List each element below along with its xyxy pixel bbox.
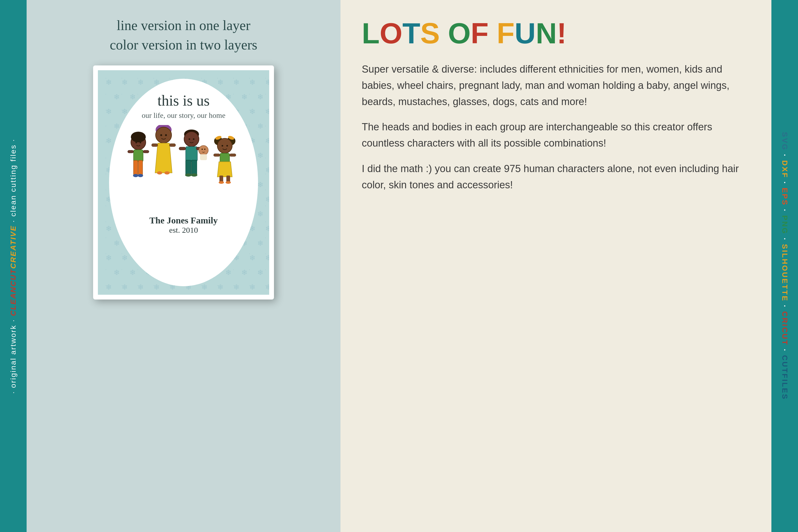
dot4: · [781, 238, 789, 244]
family-est-text: est. 2010 [169, 226, 198, 234]
svg-text:❄: ❄ [265, 108, 269, 116]
png-label: PNG [781, 215, 789, 234]
dot3: · [781, 209, 789, 215]
svg-point-179 [184, 132, 199, 147]
svg-text:❄: ❄ [249, 108, 255, 116]
svg-point-204 [226, 181, 231, 184]
this-is-us-text: this is us [157, 92, 210, 109]
paragraph-3: I did the math :) you can create 975 hum… [362, 161, 750, 193]
svg-text:❄: ❄ [233, 283, 240, 291]
letter-L: L [362, 19, 380, 48]
svg-point-197 [217, 138, 232, 153]
svg-rect-200 [220, 153, 230, 163]
letter-F2: F [497, 19, 514, 48]
svg-text:❄: ❄ [265, 166, 269, 174]
svg-rect-163 [134, 160, 138, 175]
svg-text:❄: ❄ [233, 78, 240, 87]
left-vertical-text: · original artwork · CLEANCUTCREATIVE · … [9, 138, 18, 394]
letter-U: U [514, 19, 535, 48]
svg-text:❄: ❄ [106, 108, 112, 116]
left-strip: · original artwork · CLEANCUTCREATIVE · … [0, 0, 26, 532]
letter-excl: ! [557, 19, 567, 48]
lots-of-fun-heading: LOTS OF FUN! [362, 19, 750, 48]
svg-text:❄: ❄ [121, 78, 128, 87]
svg-rect-176 [152, 144, 158, 147]
svg-rect-191 [200, 154, 207, 160]
paragraph-2: The heads and bodies in each group are i… [362, 119, 750, 151]
family-figures-svg [120, 125, 247, 210]
svg-rect-192 [179, 147, 186, 150]
svg-point-198 [222, 145, 223, 147]
svg-point-165 [133, 174, 138, 177]
frame-inner: ❄ ❄ ❄ ❄ ❄ ❄ ❄ ❄ ❄ ❄ ❄ ❄ [98, 70, 269, 295]
cricut-label: CRICUT [781, 311, 789, 346]
svg-rect-164 [138, 160, 142, 175]
svg-text:❄: ❄ [257, 210, 263, 218]
svg-text:❄: ❄ [257, 151, 263, 159]
svg-point-160 [135, 142, 137, 144]
svg-rect-183 [186, 160, 191, 175]
svg-text:❄: ❄ [241, 268, 247, 277]
svg-point-186 [191, 173, 197, 177]
svg-point-203 [218, 181, 224, 184]
svg-label: SVG [781, 132, 789, 151]
svg-text:❄: ❄ [114, 239, 120, 247]
svg-text:❄: ❄ [241, 93, 247, 101]
svg-text:❄: ❄ [201, 283, 208, 291]
paragraph-1: Super versatile & diverse: includes diff… [362, 61, 750, 110]
svg-rect-167 [128, 150, 134, 153]
svg-text:❄: ❄ [225, 268, 231, 277]
svg-rect-184 [191, 160, 197, 175]
dot1: · [781, 154, 789, 160]
svg-rect-206 [230, 154, 236, 156]
svg-text:❄: ❄ [121, 283, 128, 291]
eps-label: EPS [781, 188, 789, 206]
right-strip: SVG · DXF · EPS · PNG · SILHOUETTE · CRI… [772, 0, 798, 532]
svg-text:❄: ❄ [257, 239, 263, 247]
svg-point-174 [157, 171, 162, 174]
oval-content: this is us our life, our story, our home [109, 79, 258, 286]
svg-text:❄: ❄ [114, 93, 120, 101]
svg-text:❄: ❄ [249, 283, 255, 291]
svg-text:❄: ❄ [106, 78, 112, 87]
svg-point-190 [204, 148, 206, 150]
svg-text:❄: ❄ [137, 283, 144, 291]
svg-point-199 [226, 145, 228, 147]
dot6: · [781, 349, 789, 355]
svg-rect-182 [186, 147, 197, 161]
dot2: · [781, 182, 789, 188]
left-panel: line version in one layer color version … [26, 0, 341, 532]
main-container: · original artwork · CLEANCUTCREATIVE · … [0, 0, 798, 532]
svg-text:❄: ❄ [265, 195, 269, 204]
line1-text: line version in one layer [110, 16, 258, 35]
letter-S: S [420, 19, 440, 48]
svg-text:❄: ❄ [106, 225, 112, 233]
svg-text:❄: ❄ [106, 254, 112, 262]
svg-text:❄: ❄ [265, 78, 269, 87]
svg-point-166 [138, 174, 143, 177]
our-life-text: our life, our story, our home [142, 111, 226, 120]
picture-frame: ❄ ❄ ❄ ❄ ❄ ❄ ❄ ❄ ❄ ❄ ❄ ❄ [93, 65, 274, 300]
svg-point-185 [185, 173, 191, 177]
center-content: line version in one layer color version … [26, 0, 772, 532]
letter-T: T [402, 19, 420, 48]
dot5: · [781, 305, 789, 311]
right-vertical-text: SVG · DXF · EPS · PNG · SILHOUETTE · CRI… [780, 132, 789, 400]
svg-text:❄: ❄ [121, 254, 128, 262]
svg-text:❄: ❄ [257, 122, 263, 130]
svg-text:❄: ❄ [249, 78, 255, 87]
svg-text:❄: ❄ [249, 254, 255, 262]
svg-text:❄: ❄ [265, 254, 269, 262]
svg-point-180 [189, 138, 190, 140]
svg-text:❄: ❄ [114, 268, 120, 277]
letter-N: N [536, 19, 557, 48]
svg-point-159 [131, 132, 146, 142]
svg-text:❄: ❄ [106, 283, 112, 291]
svg-text:❄: ❄ [121, 108, 128, 116]
svg-point-161 [140, 142, 141, 144]
svg-text:❄: ❄ [114, 122, 120, 130]
svg-text:❄: ❄ [265, 225, 269, 233]
svg-point-181 [193, 138, 194, 140]
top-section: line version in one layer color version … [26, 0, 772, 532]
svg-rect-168 [143, 150, 149, 153]
